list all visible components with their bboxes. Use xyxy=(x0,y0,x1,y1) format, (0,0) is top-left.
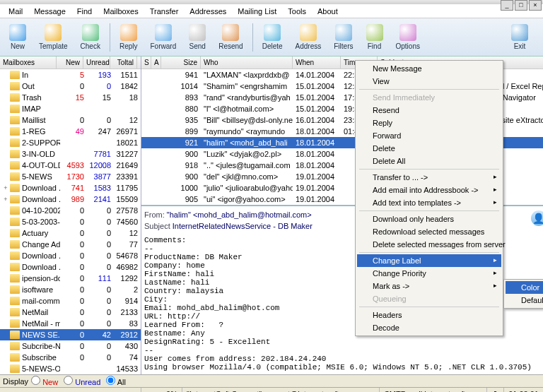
folder-row[interactable]: Maillist0012 xyxy=(0,114,141,126)
msg-hdr-s[interactable]: S xyxy=(141,57,151,69)
folder-hdr-new[interactable]: New xyxy=(57,57,83,69)
menu-item-add-text-into-templates-[interactable]: Add text into templates -> xyxy=(357,196,501,209)
folder-row[interactable]: 1-REG4924726971 xyxy=(0,126,141,137)
filters-icon xyxy=(335,24,352,41)
display-unread[interactable]: Unread xyxy=(64,376,100,386)
folder-row[interactable]: 3-IN-OLD778131227 xyxy=(0,148,141,160)
folder-row[interactable]: IMAP xyxy=(0,103,141,114)
folder-row[interactable]: Actuary0012 xyxy=(0,227,141,239)
menu-item-resend[interactable]: Resend xyxy=(357,104,501,117)
menu-about[interactable]: About xyxy=(312,6,344,17)
msg-hdr-a[interactable]: A xyxy=(151,57,161,69)
folder-hdr-name[interactable]: Mailboxes xyxy=(0,57,57,69)
menu-item-delete[interactable]: Delete xyxy=(357,142,501,155)
msg-hdr-who[interactable]: Who xyxy=(201,57,293,69)
folder-hdr-unread[interactable]: Unread xyxy=(83,57,110,69)
folder-row[interactable]: +Download ..741158311795 xyxy=(0,182,141,194)
folder-row[interactable]: +Download ..989214115509 xyxy=(0,194,141,205)
menu-item-decode[interactable]: Decode xyxy=(357,321,501,334)
menu-item-add-email-into-addressbook-[interactable]: Add email into Addressbook -> xyxy=(357,184,501,196)
options-icon xyxy=(399,24,416,41)
msg-hdr-size[interactable]: Size xyxy=(161,57,201,69)
folder-name: IMAP xyxy=(22,105,60,113)
check-button[interactable]: Check xyxy=(74,21,107,53)
expand-icon[interactable]: + xyxy=(1,196,10,203)
menu-mailboxes[interactable]: Mailboxes xyxy=(98,6,144,17)
folder-row[interactable]: NetMail - m..0083 xyxy=(0,318,141,329)
folder-unread-count: 111 xyxy=(87,274,114,283)
submenu-item-default[interactable]: Default xyxy=(506,294,543,307)
delete-icon xyxy=(264,24,281,41)
msg-who: ".." <jules@tugamail.com xyxy=(201,161,293,170)
menu-item-change-priority[interactable]: Change Priority xyxy=(357,267,501,280)
delete-button[interactable]: Delete xyxy=(256,21,289,53)
find-button[interactable]: Find xyxy=(360,21,390,53)
submenu-item-color[interactable]: Color xyxy=(506,281,543,294)
maximize-button[interactable]: □ xyxy=(515,0,527,11)
expand-icon[interactable]: + xyxy=(1,184,10,191)
menu-item-view[interactable]: View xyxy=(357,75,501,88)
resend-button[interactable]: Resend xyxy=(212,21,249,53)
menu-item-reply[interactable]: Reply xyxy=(357,117,501,129)
menu-item-download-only-headers[interactable]: Download only headers xyxy=(357,213,501,225)
folder-row[interactable]: 5-03-2003-..0074560 xyxy=(0,216,141,227)
send-button[interactable]: Send xyxy=(182,21,212,53)
folder-row[interactable]: 5-NEWS1730387723391 xyxy=(0,171,141,182)
minimize-button[interactable]: _ xyxy=(501,0,513,11)
msg-hdr-when[interactable]: When xyxy=(293,57,341,69)
menu-mail[interactable]: Mail xyxy=(3,6,28,17)
folder-row[interactable]: 4-OUT-OLD45931200821649 xyxy=(0,160,141,171)
menu-item-transfer-to-[interactable]: Transfer to ... -> xyxy=(357,171,501,184)
menu-addresses[interactable]: Addresses xyxy=(184,6,232,17)
new-button[interactable]: New xyxy=(3,21,33,53)
menu-item-new-message[interactable]: New Message xyxy=(357,62,501,75)
address-button[interactable]: Address xyxy=(289,21,328,53)
display-new[interactable]: New xyxy=(31,376,58,386)
folder-row[interactable]: mail-comm..00914 xyxy=(0,295,141,307)
menu-find[interactable]: Find xyxy=(71,6,98,17)
folder-row[interactable]: Subscribe0074 xyxy=(0,352,141,363)
folder-row[interactable]: NEWS SE..0422912 xyxy=(0,329,141,340)
folder-row[interactable]: 5-NEWS-OLD14533 xyxy=(0,363,141,374)
template-button[interactable]: Template xyxy=(33,21,74,53)
folder-row[interactable]: ipension-do..01111292 xyxy=(0,273,141,284)
folder-row[interactable]: Trash151518 xyxy=(0,92,141,103)
folder-row[interactable]: Download ..0046982 xyxy=(0,261,141,273)
menu-item-headers[interactable]: Headers xyxy=(357,309,501,321)
folder-row[interactable]: isoftware002 xyxy=(0,284,141,295)
folder-row[interactable]: Download ..0054678 xyxy=(0,250,141,261)
menu-item-redownload-selected-messages[interactable]: Redownload selected messages xyxy=(357,225,501,238)
close-button[interactable]: × xyxy=(529,0,542,11)
folder-row[interactable]: Out001842 xyxy=(0,81,141,92)
exit-button[interactable]: Exit xyxy=(505,21,535,53)
options-button[interactable]: Options xyxy=(390,21,426,53)
folder-row[interactable]: NetMail002133 xyxy=(0,307,141,318)
folder-name: 2-SUPPORT xyxy=(22,138,60,147)
preview-reply-icon[interactable]: 👤 xyxy=(531,210,543,226)
folder-row[interactable]: Subcribe-N..00430 xyxy=(0,340,141,352)
folder-new-count: 0 xyxy=(60,331,87,339)
menu-mailing-list[interactable]: Mailing List xyxy=(232,6,282,17)
folder-row[interactable]: In51931511 xyxy=(0,69,141,81)
menu-item-change-label[interactable]: Change Label xyxy=(357,254,501,267)
folder-hdr-total[interactable]: Toltal xyxy=(110,57,137,69)
filters-button[interactable]: Filters xyxy=(327,21,359,53)
menu-item-delete-selected-messages-from-server[interactable]: Delete selected messages from server xyxy=(357,238,501,251)
forward-button[interactable]: Forward xyxy=(144,21,183,53)
folder-row[interactable]: 2-SUPPORT18021 xyxy=(0,137,141,148)
folder-new-count: 0 xyxy=(60,274,87,283)
toolbar-separator xyxy=(110,23,110,52)
folder-unread-count: 42 xyxy=(87,331,114,339)
folder-row[interactable]: Change Ad..0077 xyxy=(0,239,141,250)
menu-item-forward[interactable]: Forward xyxy=(357,129,501,142)
menu-item-delete-all[interactable]: Delete All xyxy=(357,155,501,167)
menu-separator xyxy=(359,252,499,253)
reply-button[interactable]: Reply xyxy=(113,21,144,53)
folder-row[interactable]: 04-10-2002-..0027578 xyxy=(0,205,141,216)
display-all[interactable]: All xyxy=(106,376,126,386)
menu-message[interactable]: Message xyxy=(28,6,71,17)
menu-tools[interactable]: Tools xyxy=(282,6,312,17)
menu-transfer[interactable]: Transfer xyxy=(144,6,185,17)
folder-name: isoftware xyxy=(22,285,60,294)
menu-item-mark-as-[interactable]: Mark as -> xyxy=(357,280,501,292)
